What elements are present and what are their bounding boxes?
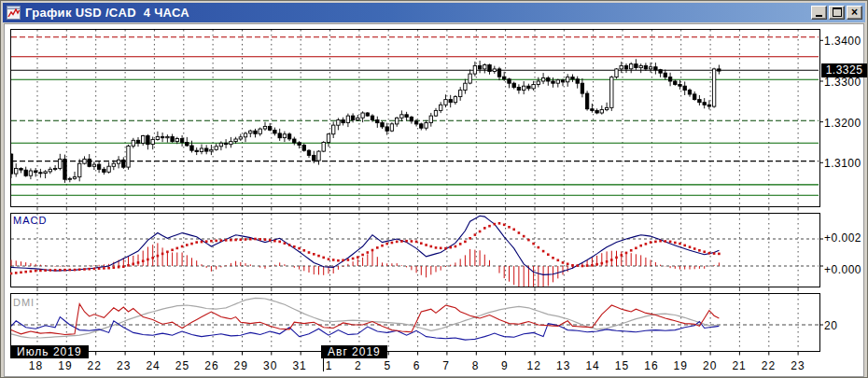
- x-axis-date-label: 9: [501, 359, 509, 372]
- x-axis-date-label: 2: [355, 359, 362, 372]
- price-axis-label: 1.3400: [824, 35, 867, 48]
- x-axis-date-label: 18: [29, 359, 43, 372]
- x-axis-date-label: 13: [556, 359, 570, 372]
- x-axis-date-label: 26: [204, 359, 218, 372]
- chart-icon: [7, 6, 21, 20]
- x-axis-date-label: 30: [263, 359, 277, 372]
- macd-axis-label: +0.002: [824, 231, 867, 245]
- x-axis-date-label: 19: [674, 359, 688, 372]
- x-axis-date-label: 23: [791, 359, 805, 372]
- price-axis-label: 1.3300: [824, 76, 867, 89]
- window-title: График USD /CAD 4 ЧАСА: [25, 6, 189, 20]
- x-axis-date-label: 16: [644, 359, 658, 372]
- x-axis-date-label: 22: [762, 359, 776, 372]
- x-axis-date-label: 22: [88, 359, 102, 372]
- x-axis-date-label: 7: [442, 359, 450, 372]
- macd-axis-label: +0.000: [824, 263, 867, 276]
- macd-panel-label: MACD: [13, 215, 47, 226]
- chart-canvas[interactable]: [1, 24, 868, 378]
- maximize-button[interactable]: [829, 6, 845, 20]
- x-axis-date-label: 25: [175, 359, 189, 372]
- price-axis-label: 1.3200: [824, 117, 867, 130]
- chart-window: График USD /CAD 4 ЧАСА × 1.3400 1.3300 1…: [0, 0, 868, 378]
- x-axis-date-label: 5: [384, 359, 391, 372]
- x-axis-date-label: 6: [413, 359, 421, 372]
- month-badge-august: Авг 2019: [321, 345, 387, 358]
- x-axis: 1819222324252629303112567891213141516192…: [1, 359, 868, 374]
- x-axis-date-label: 12: [527, 359, 541, 372]
- x-axis-date-label: 19: [58, 359, 72, 372]
- dmi-axis-label: 20: [824, 319, 867, 332]
- x-axis-date-label: 29: [234, 359, 248, 372]
- x-axis-date-label: 8: [472, 359, 480, 372]
- maximize-icon: [833, 7, 842, 17]
- month-badge-july: Июль 2019: [10, 345, 89, 358]
- close-button[interactable]: ×: [847, 6, 862, 20]
- x-axis-date-label: 14: [585, 359, 599, 372]
- price-axis-label: 1.3100: [824, 157, 867, 170]
- x-axis-date-label: 31: [292, 359, 306, 372]
- x-axis-date-label: 1: [326, 359, 333, 372]
- minimize-button[interactable]: [811, 6, 827, 20]
- titlebar[interactable]: График USD /CAD 4 ЧАСА ×: [3, 3, 865, 22]
- x-axis-date-label: 23: [117, 359, 131, 372]
- x-axis-date-label: 15: [615, 359, 629, 372]
- x-axis-date-label: 24: [146, 359, 160, 372]
- x-axis-date-label: 21: [732, 359, 746, 372]
- current-price-badge: 1.3325: [821, 63, 867, 77]
- close-icon: ×: [847, 7, 861, 19]
- minimize-icon: [816, 15, 822, 17]
- dmi-panel-label: DMI: [13, 297, 35, 308]
- x-axis-date-label: 20: [703, 359, 717, 372]
